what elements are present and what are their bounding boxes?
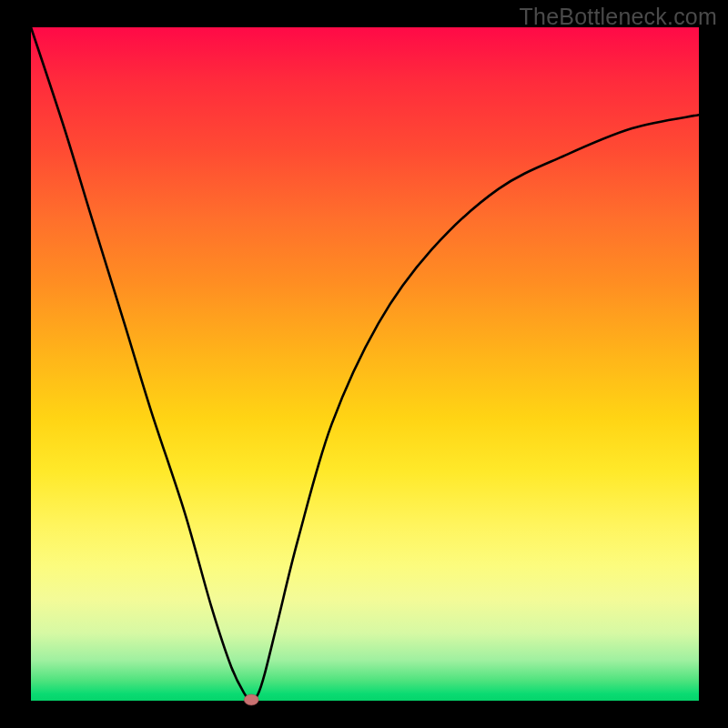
plot-area — [31, 27, 699, 701]
bottleneck-curve-path — [31, 27, 699, 701]
minimum-marker — [244, 694, 258, 705]
watermark-text: TheBottleneck.com — [520, 4, 717, 30]
chart-frame: TheBottleneck.com — [0, 0, 728, 728]
curve-svg — [31, 27, 699, 701]
